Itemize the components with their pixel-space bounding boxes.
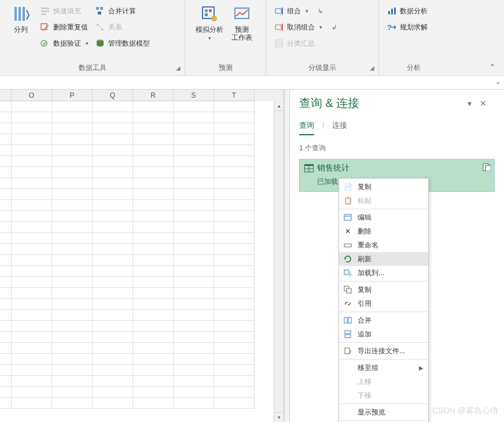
data-analysis-button[interactable]: 数据分析 (387, 5, 428, 17)
rename-icon (343, 240, 353, 250)
table-row[interactable] (0, 189, 284, 200)
table-row[interactable] (0, 211, 284, 222)
dialog-launcher-icon[interactable]: ◢ (368, 65, 376, 73)
menu-export-connection[interactable]: 导出连接文件... (339, 344, 428, 358)
query-context-menu: 📄复制 📋粘贴 编辑 ✕删除 重命名 刷新 加载到... 复制 引用 合并 追加… (339, 178, 429, 422)
table-row[interactable] (0, 387, 284, 398)
svg-rect-9 (96, 7, 99, 10)
relationships-button[interactable]: 关系 (95, 21, 150, 34)
formula-bar: ⌄ (0, 76, 504, 90)
table-row[interactable] (0, 233, 284, 244)
whatif-icon (200, 5, 219, 23)
menu-append[interactable]: 追加 (339, 327, 428, 341)
col-header[interactable]: P (52, 90, 93, 101)
menu-move-to-group[interactable]: 移至组▶ (339, 361, 428, 375)
table-row[interactable] (0, 167, 284, 178)
pane-options-button[interactable]: ▾ (468, 99, 480, 108)
menu-rename[interactable]: 重命名 (339, 238, 428, 252)
table-row[interactable] (0, 222, 284, 233)
table-row[interactable] (0, 343, 284, 354)
col-header[interactable]: S (174, 90, 214, 101)
table-row[interactable] (0, 332, 284, 343)
table-row[interactable] (0, 134, 284, 145)
table-row[interactable] (0, 200, 284, 211)
pane-close-button[interactable]: ✕ (480, 99, 495, 108)
table-row[interactable] (0, 376, 284, 387)
col-header-spacer (0, 90, 12, 101)
tab-query[interactable]: 查询 (299, 120, 314, 135)
table-row[interactable] (0, 310, 284, 321)
group-label-outline: 分级显示 (308, 64, 336, 72)
svg-rect-29 (388, 11, 390, 14)
svg-rect-39 (344, 214, 351, 220)
grid-rows[interactable] (0, 101, 284, 409)
menu-load-to[interactable]: 加载到... (339, 266, 428, 280)
table-row[interactable] (0, 112, 284, 123)
scroll-down-button[interactable]: ▾ (274, 412, 284, 422)
load-to-icon (343, 268, 353, 277)
pane-splitter[interactable] (284, 90, 290, 422)
table-row[interactable] (0, 123, 284, 134)
scroll-up-button[interactable]: ▴ (274, 101, 284, 111)
dialog-launcher-icon[interactable]: ◢ (174, 65, 182, 73)
table-row[interactable] (0, 398, 284, 409)
col-header[interactable]: R (133, 90, 174, 101)
group-rows-button[interactable]: 组合 ▾ ↳ (274, 5, 337, 17)
table-row[interactable] (0, 145, 284, 156)
peek-icon[interactable] (483, 163, 491, 171)
solver-button[interactable]: ? 规划求解 (387, 21, 428, 34)
subtotal-button[interactable]: 分类汇总 (274, 37, 337, 50)
data-model-button[interactable]: 管理数据模型 (95, 37, 150, 50)
menu-delete[interactable]: ✕删除 (339, 224, 428, 238)
svg-rect-17 (205, 9, 208, 12)
collapse-ribbon-button[interactable]: ⌃ (489, 62, 496, 72)
col-header[interactable]: T (214, 90, 255, 101)
table-row[interactable] (0, 101, 284, 112)
svg-text:?: ? (387, 23, 392, 32)
paste-icon: 📋 (343, 196, 353, 205)
forecast-sheet-button[interactable]: 预测工作表 (226, 3, 258, 43)
menu-copy[interactable]: 📄复制 (339, 180, 428, 194)
delete-icon: ✕ (343, 227, 353, 236)
menu-edit[interactable]: 编辑 (339, 210, 428, 224)
flash-fill-button[interactable]: 快速填充 (41, 5, 89, 17)
table-row[interactable] (0, 244, 284, 255)
col-header[interactable]: O (12, 90, 52, 101)
group-label-forecast: 预测 (185, 61, 266, 75)
flash-fill-icon (41, 6, 50, 16)
menu-reference[interactable]: 引用 (339, 297, 428, 310)
data-validation-icon (41, 39, 50, 48)
ungroup-button[interactable]: 取消组合 ▾ ↲ (274, 21, 337, 34)
col-header[interactable]: Q (93, 90, 133, 101)
tab-connection[interactable]: 连接 (332, 120, 347, 135)
remove-duplicates-button[interactable]: 删除重复值 (41, 21, 89, 34)
table-row[interactable] (0, 288, 284, 299)
table-row[interactable] (0, 354, 284, 365)
whatif-analysis-button[interactable]: 模拟分析▾ (193, 3, 226, 43)
column-headers: O P Q R S T (0, 90, 284, 101)
menu-move-up: 上移 (339, 375, 428, 388)
table-row[interactable] (0, 365, 284, 376)
menu-merge[interactable]: 合并 (339, 313, 428, 327)
menu-show-preview[interactable]: 显示预览 (339, 405, 428, 419)
table-row[interactable] (0, 321, 284, 332)
duplicate-icon (343, 285, 353, 294)
svg-rect-41 (344, 244, 351, 247)
consolidate-button[interactable]: 合并计算 (95, 5, 150, 17)
table-row[interactable] (0, 266, 284, 277)
svg-rect-24 (275, 25, 281, 29)
vertical-scrollbar[interactable]: ▴ ▾ (274, 101, 284, 422)
table-row[interactable] (0, 277, 284, 288)
group-forecast: 模拟分析▾ 预测工作表 预测 (185, 0, 266, 75)
table-row[interactable] (0, 178, 284, 189)
table-row[interactable] (0, 255, 284, 266)
text-to-columns-button[interactable]: 分列 (5, 3, 37, 35)
expand-formula-bar-button[interactable]: ⌄ (495, 78, 501, 86)
table-row[interactable] (0, 299, 284, 310)
spreadsheet-grid[interactable]: O P Q R S T ▴ ▾ (0, 90, 284, 422)
table-row[interactable] (0, 156, 284, 167)
svg-rect-47 (348, 317, 351, 323)
menu-refresh[interactable]: 刷新 (339, 252, 428, 266)
menu-duplicate[interactable]: 复制 (339, 283, 428, 297)
data-validation-button[interactable]: 数据验证 ▾ (41, 37, 89, 50)
